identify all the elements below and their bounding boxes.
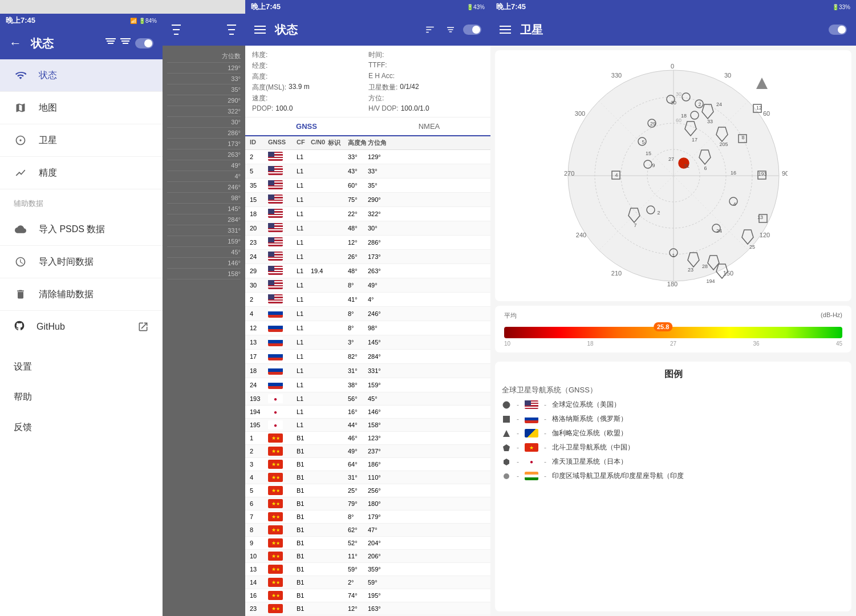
sidebar-item-help[interactable]: 帮助 xyxy=(0,382,163,412)
table-row: 15 L1 75° 290° xyxy=(245,193,490,207)
sidebar-item-precision[interactable]: 精度 xyxy=(0,157,163,189)
info-grid: 纬度: 时间: 经度: TTFF: 高度: E H Acc: 高度(MSL): … xyxy=(245,46,490,117)
cnr-axis-10: 10 xyxy=(504,341,510,347)
sidebar-item-import-time[interactable]: 导入时间数据 xyxy=(0,246,163,278)
table-row: 6 ★ B1 79° 180° xyxy=(245,497,490,510)
info-altitude: 高度: xyxy=(252,72,367,82)
wifi-icon: 📶 xyxy=(130,18,137,24)
clear-aux-label: 清除辅助数据 xyxy=(39,289,94,301)
filter1-icon[interactable] xyxy=(106,38,116,48)
table-row: 35 L1 60° 35° xyxy=(245,179,490,193)
sidebar-item-feedback[interactable]: 反馈 xyxy=(0,412,163,443)
svg-text:330: 330 xyxy=(611,72,621,79)
overlay-row: 263° xyxy=(167,149,241,160)
overlay-row: 129° xyxy=(167,63,241,74)
panel1: 晚上7:45 📶 🔋84% ← 状态 xyxy=(0,0,245,616)
panel3-header: 卫星 xyxy=(490,14,856,46)
overlay-filter2[interactable] xyxy=(227,23,236,36)
overlay-row: 173° xyxy=(167,139,241,149)
sidebar-item-satellite[interactable]: 卫星 xyxy=(0,124,163,157)
info-azimuth: 方位: xyxy=(368,94,484,103)
github-icon xyxy=(14,320,25,334)
legend-circle-icon xyxy=(502,400,511,410)
table-row: 20 L1 48° 30° xyxy=(245,221,490,236)
svg-text:30: 30 xyxy=(724,72,731,79)
table-row: 30 L1 8° 49° xyxy=(245,278,490,293)
svg-text:300: 300 xyxy=(574,110,585,117)
info-speed: 速度: xyxy=(252,94,367,103)
panel2-time: 晚上7:45 xyxy=(251,2,281,12)
overlay-filter1[interactable] xyxy=(172,23,181,36)
chart-nav-icon xyxy=(14,166,27,180)
sidebar-item-map[interactable]: 地图 xyxy=(0,92,163,124)
cnr-avg-label: 平均 xyxy=(504,311,517,320)
svg-text:23: 23 xyxy=(687,267,693,273)
svg-text:25: 25 xyxy=(749,244,754,250)
panel3-toggle[interactable] xyxy=(829,25,847,35)
table-row: 24 L1 38° 159° xyxy=(245,378,490,392)
legend-beidou: - - 北斗卫星导航系统（中国） xyxy=(502,443,845,452)
svg-text:31: 31 xyxy=(684,163,689,169)
overlay-row: 方位数 xyxy=(167,50,241,63)
filter2-icon[interactable] xyxy=(120,38,131,48)
tab-nmea[interactable]: NMEA xyxy=(368,117,490,136)
legend-section-title: 全球卫星导航系统（GNSS） xyxy=(502,385,845,395)
sidebar-item-settings[interactable]: 设置 xyxy=(0,352,163,382)
filter2-button[interactable] xyxy=(443,22,459,38)
svg-text:193: 193 xyxy=(758,171,766,177)
svg-text:194: 194 xyxy=(706,278,715,284)
github-label: GitHub xyxy=(36,322,65,332)
hamburger-menu[interactable] xyxy=(254,26,266,34)
overlay-row: 158° xyxy=(167,269,241,279)
import-time-label: 导入时间数据 xyxy=(39,256,94,268)
legend-galileo: - - 伽利略定位系统（欧盟） xyxy=(502,428,845,438)
table-row: 9 ★ B1 52° 204° xyxy=(245,537,490,550)
info-hvdop: H/V DOP: 100.0/1.0 xyxy=(368,104,484,112)
panel2-toggle[interactable] xyxy=(463,25,481,35)
legend-eu-flag xyxy=(525,429,538,437)
panel3-hamburger[interactable] xyxy=(500,26,511,34)
clock-icon xyxy=(14,255,27,269)
info-latitude: 纬度: xyxy=(252,50,367,60)
table-row: 23 L1 12° 286° xyxy=(245,236,490,250)
sidebar-item-import-psds[interactable]: 导入 PSDS 数据 xyxy=(0,213,163,246)
svg-text:4: 4 xyxy=(733,201,736,207)
overlay-azimuth-list: 方位数 129° 33° 35° 290° 322° 30° 286° 173°… xyxy=(163,46,245,284)
svg-text:24: 24 xyxy=(716,102,721,107)
overlay-row: 35° xyxy=(167,84,241,95)
satellite-table[interactable]: ID GNSS CF C/N0 标识 高度角 方位角 2 L1 33° 129°… xyxy=(245,136,490,616)
svg-text:13: 13 xyxy=(757,214,762,220)
svg-text:270: 270 xyxy=(564,170,574,177)
info-alt-msl: 高度(MSL): 33.9 m xyxy=(252,83,367,92)
table-row: 18 L1 31° 331° xyxy=(245,364,490,378)
legend-hexagon-icon xyxy=(502,457,511,467)
toggle-button[interactable] xyxy=(135,38,153,48)
overlay-row: 159° xyxy=(167,236,241,247)
filter1-button[interactable] xyxy=(422,22,438,38)
svg-text:240: 240 xyxy=(575,232,586,238)
cnr-unit-label: (dB-Hz) xyxy=(821,311,842,320)
table-row: 4 L1 8° 246° xyxy=(245,307,490,321)
panel1-overlay: 方位数 129° 33° 35° 290° 322° 30° 286° 173°… xyxy=(163,14,245,616)
back-button[interactable]: ← xyxy=(9,36,22,51)
battery-icon: 🔋84% xyxy=(139,18,157,24)
tab-gnss[interactable]: GNSS xyxy=(245,117,368,136)
svg-text:120: 120 xyxy=(759,232,769,238)
table-row: 29 L1 19.4 48° 263° xyxy=(245,264,490,278)
table-header: ID GNSS CF C/N0 标识 高度角 方位角 xyxy=(245,136,490,150)
svg-point-0 xyxy=(19,139,21,141)
cnr-axis-45: 45 xyxy=(836,341,842,347)
north-indicator xyxy=(756,78,768,89)
sidebar: 晚上7:45 📶 🔋84% ← 状态 xyxy=(0,14,163,616)
sidebar-item-clear-aux[interactable]: 清除辅助数据 xyxy=(0,278,163,311)
overlay-header xyxy=(163,14,245,46)
sidebar-item-github[interactable]: GitHub xyxy=(0,311,163,343)
sidebar-item-status[interactable]: 状态 xyxy=(0,59,163,92)
wifi-nav-icon xyxy=(14,68,27,82)
sidebar-status-bar: 晚上7:45 📶 🔋84% xyxy=(0,14,163,27)
info-time: 时间: xyxy=(368,50,484,60)
legend-pentagon-icon xyxy=(502,443,511,452)
legend-qzss-label: 准天顶卫星系统（日本） xyxy=(552,457,627,467)
overlay-row: 45° xyxy=(167,247,241,258)
table-row: 5 ★ B1 25° 256° xyxy=(245,484,490,497)
